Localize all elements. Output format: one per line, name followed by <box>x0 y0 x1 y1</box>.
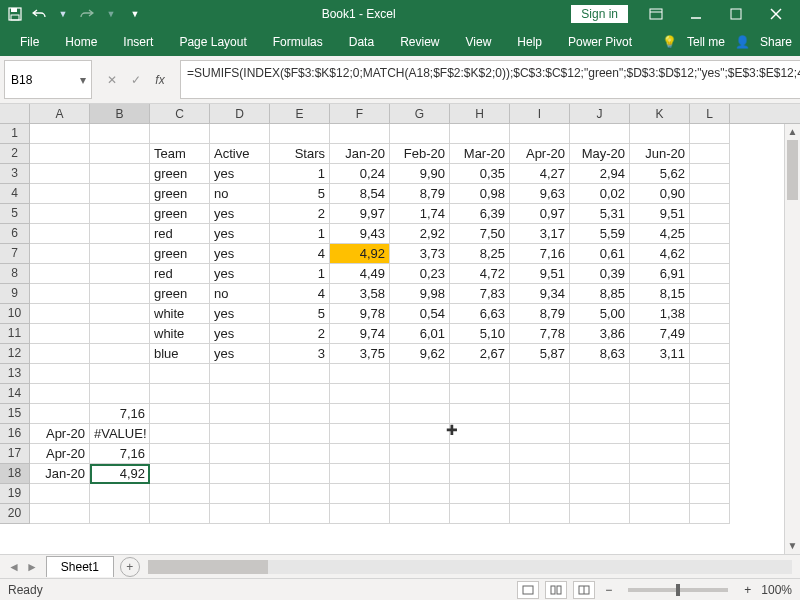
cell-H20[interactable] <box>450 504 510 524</box>
cell-E12[interactable]: 3 <box>270 344 330 364</box>
cell-J11[interactable]: 3,86 <box>570 324 630 344</box>
cell-I9[interactable]: 9,34 <box>510 284 570 304</box>
cell-I13[interactable] <box>510 364 570 384</box>
cell-A10[interactable] <box>30 304 90 324</box>
cell-D10[interactable]: yes <box>210 304 270 324</box>
cell-L18[interactable] <box>690 464 730 484</box>
save-icon[interactable] <box>4 3 26 25</box>
qat-dropdown2-icon[interactable]: ▼ <box>100 3 122 25</box>
qat-customize-icon[interactable]: ▼ <box>124 3 146 25</box>
cell-H15[interactable] <box>450 404 510 424</box>
cell-D7[interactable]: yes <box>210 244 270 264</box>
cell-C14[interactable] <box>150 384 210 404</box>
cell-F1[interactable] <box>330 124 390 144</box>
cell-F17[interactable] <box>330 444 390 464</box>
cell-A7[interactable] <box>30 244 90 264</box>
cell-H10[interactable]: 6,63 <box>450 304 510 324</box>
col-header-L[interactable]: L <box>690 104 730 123</box>
cell-D6[interactable]: yes <box>210 224 270 244</box>
cell-G1[interactable] <box>390 124 450 144</box>
col-header-I[interactable]: I <box>510 104 570 123</box>
cell-E20[interactable] <box>270 504 330 524</box>
cell-E3[interactable]: 1 <box>270 164 330 184</box>
cell-F2[interactable]: Jan-20 <box>330 144 390 164</box>
cell-K1[interactable] <box>630 124 690 144</box>
cell-J12[interactable]: 8,63 <box>570 344 630 364</box>
cell-A4[interactable] <box>30 184 90 204</box>
cell-D15[interactable] <box>210 404 270 424</box>
cell-G18[interactable] <box>390 464 450 484</box>
cell-I6[interactable]: 3,17 <box>510 224 570 244</box>
cell-G14[interactable] <box>390 384 450 404</box>
row-header-16[interactable]: 16 <box>0 424 30 444</box>
cell-K14[interactable] <box>630 384 690 404</box>
tab-review[interactable]: Review <box>388 30 451 54</box>
cell-J9[interactable]: 8,85 <box>570 284 630 304</box>
cell-A3[interactable] <box>30 164 90 184</box>
cell-F11[interactable]: 9,74 <box>330 324 390 344</box>
cell-G13[interactable] <box>390 364 450 384</box>
cell-F16[interactable] <box>330 424 390 444</box>
cell-B2[interactable] <box>90 144 150 164</box>
row-header-20[interactable]: 20 <box>0 504 30 524</box>
cell-E2[interactable]: Stars <box>270 144 330 164</box>
cell-E14[interactable] <box>270 384 330 404</box>
cell-G15[interactable] <box>390 404 450 424</box>
tab-power-pivot[interactable]: Power Pivot <box>556 30 644 54</box>
row-header-6[interactable]: 6 <box>0 224 30 244</box>
cell-J17[interactable] <box>570 444 630 464</box>
cell-K17[interactable] <box>630 444 690 464</box>
cell-A6[interactable] <box>30 224 90 244</box>
cell-B6[interactable] <box>90 224 150 244</box>
cell-H14[interactable] <box>450 384 510 404</box>
cell-L5[interactable] <box>690 204 730 224</box>
cell-H2[interactable]: Mar-20 <box>450 144 510 164</box>
cell-D12[interactable]: yes <box>210 344 270 364</box>
cell-C17[interactable] <box>150 444 210 464</box>
cell-A9[interactable] <box>30 284 90 304</box>
fx-icon[interactable]: fx <box>150 70 170 90</box>
row-header-5[interactable]: 5 <box>0 204 30 224</box>
cell-J8[interactable]: 0,39 <box>570 264 630 284</box>
scroll-down-icon[interactable]: ▼ <box>785 538 800 554</box>
cell-B8[interactable] <box>90 264 150 284</box>
view-normal-icon[interactable] <box>517 581 539 599</box>
cell-D9[interactable]: no <box>210 284 270 304</box>
cell-B12[interactable] <box>90 344 150 364</box>
row-header-14[interactable]: 14 <box>0 384 30 404</box>
cell-I19[interactable] <box>510 484 570 504</box>
qat-dropdown-icon[interactable]: ▼ <box>52 3 74 25</box>
cell-L15[interactable] <box>690 404 730 424</box>
row-header-12[interactable]: 12 <box>0 344 30 364</box>
cell-C3[interactable]: green <box>150 164 210 184</box>
cell-H13[interactable] <box>450 364 510 384</box>
row-header-1[interactable]: 1 <box>0 124 30 144</box>
cell-G10[interactable]: 0,54 <box>390 304 450 324</box>
cell-F5[interactable]: 9,97 <box>330 204 390 224</box>
cell-I8[interactable]: 9,51 <box>510 264 570 284</box>
cell-D14[interactable] <box>210 384 270 404</box>
cell-J4[interactable]: 0,02 <box>570 184 630 204</box>
col-header-A[interactable]: A <box>30 104 90 123</box>
cell-D2[interactable]: Active <box>210 144 270 164</box>
cell-G11[interactable]: 6,01 <box>390 324 450 344</box>
tellme[interactable]: Tell me <box>687 35 725 49</box>
cell-E7[interactable]: 4 <box>270 244 330 264</box>
tab-file[interactable]: File <box>8 30 51 54</box>
cell-B4[interactable] <box>90 184 150 204</box>
row-header-10[interactable]: 10 <box>0 304 30 324</box>
minimize-icon[interactable] <box>676 0 716 28</box>
cell-C12[interactable]: blue <box>150 344 210 364</box>
col-header-C[interactable]: C <box>150 104 210 123</box>
cell-E19[interactable] <box>270 484 330 504</box>
cell-I3[interactable]: 4,27 <box>510 164 570 184</box>
cell-B17[interactable]: 7,16 <box>90 444 150 464</box>
tab-page-layout[interactable]: Page Layout <box>167 30 258 54</box>
row-header-9[interactable]: 9 <box>0 284 30 304</box>
tab-data[interactable]: Data <box>337 30 386 54</box>
cell-B19[interactable] <box>90 484 150 504</box>
cell-E16[interactable] <box>270 424 330 444</box>
sheet-nav-last-icon[interactable]: ► <box>24 560 40 574</box>
cell-K10[interactable]: 1,38 <box>630 304 690 324</box>
redo-icon[interactable] <box>76 3 98 25</box>
